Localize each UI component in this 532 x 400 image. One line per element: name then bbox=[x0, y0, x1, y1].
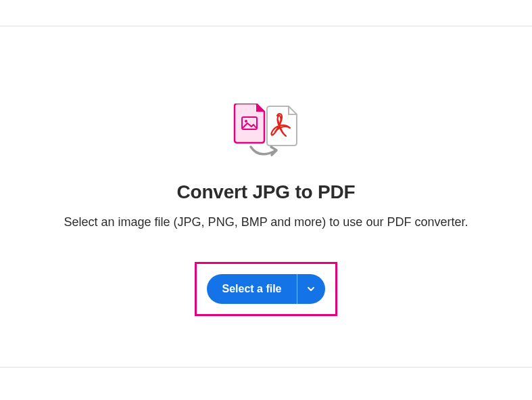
select-file-button-group: Select a file bbox=[207, 274, 324, 304]
button-highlight: Select a file bbox=[195, 262, 337, 316]
chevron-down-icon bbox=[306, 284, 316, 294]
bottom-divider bbox=[0, 367, 532, 368]
page-subtitle: Select an image file (JPG, PNG, BMP and … bbox=[64, 215, 468, 229]
main-content: Convert JPG to PDF Select an image file … bbox=[0, 26, 532, 316]
svg-point-1 bbox=[245, 120, 247, 123]
select-file-dropdown[interactable] bbox=[297, 274, 325, 304]
page-title: Convert JPG to PDF bbox=[177, 181, 356, 203]
select-file-button[interactable]: Select a file bbox=[207, 274, 296, 304]
conversion-illustration bbox=[229, 104, 304, 161]
